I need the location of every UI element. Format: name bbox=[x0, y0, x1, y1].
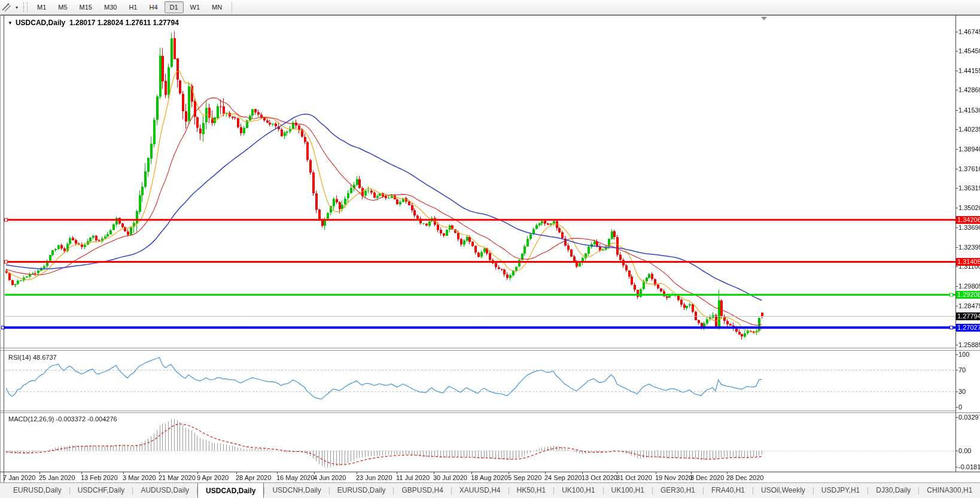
timeframe-button-mn[interactable]: MN bbox=[206, 1, 227, 13]
timeframe-button-m30[interactable]: M30 bbox=[99, 1, 122, 13]
chart-tab-audusd-daily[interactable]: AUDUSD,Daily bbox=[133, 483, 197, 498]
timeframe-button-m5[interactable]: M5 bbox=[53, 1, 72, 13]
price-axis-label: 1.44155 bbox=[958, 67, 980, 74]
price-tag-label: 1.31405 bbox=[956, 258, 980, 266]
price-axis-label: 1.46745 bbox=[958, 28, 980, 35]
price-tag-label: 1.34206 bbox=[956, 216, 980, 224]
date-axis-label: 18 Aug 2020 bbox=[471, 474, 508, 481]
price-axis-label: 1.32395 bbox=[958, 244, 980, 251]
price-axis-label: 1.28475 bbox=[958, 302, 980, 309]
symbol-period-label: USDCAD,Daily bbox=[16, 19, 65, 27]
price-axis-label: 1.33690 bbox=[958, 224, 980, 231]
chart-tab-usdchf-daily[interactable]: USDCHF,Daily bbox=[70, 483, 133, 498]
chart-tab-usoil-weekly[interactable]: USOil,Weekly bbox=[753, 483, 813, 498]
chart-tab-dj30-daily[interactable]: DJ30,Daily bbox=[868, 483, 918, 498]
price-tag-label: 1.27027 bbox=[956, 324, 980, 332]
chart-tab-eurusd-daily[interactable]: EURUSD,Daily bbox=[5, 483, 69, 498]
chart-tab-bar: EURUSD,DailyUSDCHF,DailyAUDUSD,DailyUSDC… bbox=[0, 482, 980, 498]
price-axis-label: 1.40235 bbox=[958, 126, 980, 133]
chart-tab-uk100-h1[interactable]: UK100,H1 bbox=[604, 483, 652, 498]
toolbar-separator bbox=[232, 2, 232, 13]
date-axis-label: 31 Oct 2020 bbox=[616, 474, 652, 481]
date-axis-label: 25 Jan 2020 bbox=[39, 474, 75, 481]
price-tag-label: 1.29208 bbox=[956, 291, 980, 299]
chart-tab-usdcad-daily[interactable]: USDCAD,Daily bbox=[197, 482, 264, 498]
price-axis-label: 1.45450 bbox=[958, 47, 980, 54]
timeframe-button-w1[interactable]: W1 bbox=[185, 1, 206, 13]
price-chart-canvas[interactable] bbox=[0, 0, 980, 498]
price-axis-label: 1.36315 bbox=[958, 184, 980, 192]
date-axis-label: 11 Jul 2020 bbox=[396, 474, 430, 481]
chart-tab-fra40-h1[interactable]: FRA40,H1 bbox=[704, 483, 753, 498]
timeframe-button-h1[interactable]: H1 bbox=[123, 1, 142, 13]
date-axis-label: 16 May 2020 bbox=[276, 474, 315, 481]
chart-tab-usdjpy-h1[interactable]: USDJPY,H1 bbox=[814, 483, 868, 498]
collapse-triangle-icon[interactable]: ▼ bbox=[8, 20, 13, 26]
chart-tab-xauusd-h4[interactable]: XAUUSD,H4 bbox=[452, 483, 509, 498]
date-axis-label: 13 Oct 2020 bbox=[582, 474, 617, 481]
timeframe-button-group: M1M5M15M30H1H4D1W1MN bbox=[31, 1, 228, 13]
chart-tab-ger30-h1[interactable]: GER30,H1 bbox=[653, 483, 703, 498]
chart-tab-gbpusd-h4[interactable]: GBPUSD,H4 bbox=[394, 483, 451, 498]
price-axis-label: 1.37610 bbox=[958, 165, 980, 172]
timeframe-button-d1[interactable]: D1 bbox=[165, 1, 184, 13]
price-axis-label: 1.42860 bbox=[958, 86, 980, 93]
date-axis-label: 5 Sep 2020 bbox=[508, 474, 541, 481]
date-axis-label: 4 Jun 2020 bbox=[314, 474, 346, 481]
macd-indicator-label: MACD(12,26,9) -0.003372 -0.004276 bbox=[8, 415, 117, 423]
timeframe-button-h4[interactable]: H4 bbox=[144, 1, 163, 13]
chart-tab-usdcnh-daily[interactable]: USDCNH,Daily bbox=[264, 483, 328, 498]
date-axis-label: 30 Jul 2020 bbox=[433, 474, 467, 481]
date-axis-label: 13 Feb 2020 bbox=[81, 474, 118, 481]
tabs-holder: EURUSD,DailyUSDCHF,DailyAUDUSD,DailyUSDC… bbox=[5, 483, 980, 498]
date-axis-label: 24 Sep 2020 bbox=[544, 474, 582, 481]
chart-tab-hk50-h1[interactable]: HK50,H1 bbox=[509, 483, 554, 498]
macd-axis-label: 0.00 bbox=[958, 447, 971, 454]
price-axis-label: 1.29805 bbox=[958, 283, 980, 290]
date-axis-label: 28 Apr 2020 bbox=[236, 474, 271, 481]
ohlc-values: 1.28017 1.28024 1.27611 1.27794 bbox=[69, 19, 179, 27]
macd-axis-label: -0.018154 bbox=[958, 463, 980, 470]
date-axis-label: 7 Jan 2020 bbox=[3, 474, 35, 481]
timeframe-button-m1[interactable]: M1 bbox=[32, 1, 51, 13]
rsi-axis-label: 0 bbox=[958, 403, 962, 411]
date-axis-label: 19 Nov 2020 bbox=[655, 474, 692, 481]
chevron-down-icon[interactable]: ▾ bbox=[13, 5, 21, 10]
date-axis-label: 21 Mar 2020 bbox=[159, 474, 196, 481]
date-axis-label: 23 Jun 2020 bbox=[356, 474, 392, 481]
rsi-axis-label: 100 bbox=[958, 351, 969, 358]
price-axis-label: 1.38940 bbox=[958, 145, 980, 153]
price-axis-label: 1.41530 bbox=[958, 107, 980, 114]
rsi-axis-label: 30 bbox=[958, 388, 966, 395]
chart-title: ▼USDCAD,Daily 1.28017 1.28024 1.27611 1.… bbox=[8, 19, 179, 27]
date-axis-label: 28 Dec 2020 bbox=[726, 474, 763, 481]
rsi-axis-label: 70 bbox=[958, 366, 966, 374]
macd-axis-label: 0.032972 bbox=[958, 414, 980, 421]
top-toolbar: ▾ M1M5M15M30H1H4D1W1MN bbox=[0, 0, 980, 15]
rsi-indicator-label: RSI(14) 48.6737 bbox=[8, 354, 57, 361]
chart-tab-china300-h1[interactable]: CHINA300,H1 bbox=[919, 483, 980, 498]
price-axis-label: 1.25885 bbox=[958, 341, 980, 348]
timeframe-button-m15[interactable]: M15 bbox=[74, 1, 98, 13]
date-axis-label: 3 Mar 2020 bbox=[123, 474, 156, 481]
chart-tab-uk100-h1[interactable]: UK100,H1 bbox=[554, 483, 602, 498]
date-axis-label: 9 Apr 2020 bbox=[197, 474, 229, 481]
price-axis-label: 1.35020 bbox=[958, 204, 980, 211]
toolbar-grip bbox=[23, 2, 28, 12]
date-axis-label: 8 Dec 2020 bbox=[690, 474, 724, 481]
chart-tab-eurusd-daily[interactable]: EURUSD,Daily bbox=[330, 483, 394, 498]
line-studies-icon[interactable] bbox=[1, 2, 13, 13]
price-tag-label: 1.27794 bbox=[956, 312, 980, 320]
